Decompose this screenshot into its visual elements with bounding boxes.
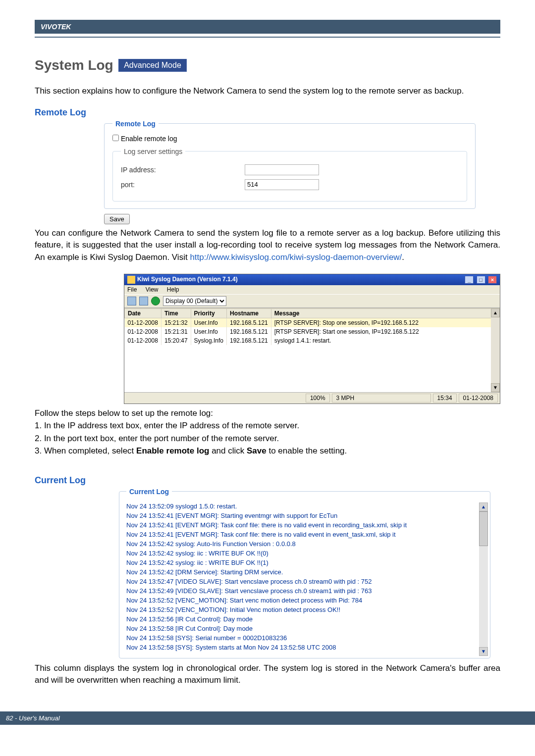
step-2: 2. In the port text box, enter the port … (35, 432, 500, 445)
kiwi-statusbar: 100% 3 MPH 15:34 01-12-2008 (124, 392, 500, 403)
log-line: Nov 24 13:52:58 [SYS]: System starts at … (126, 644, 484, 651)
footer-page: 82 - User's Manual (6, 714, 60, 722)
close-icon[interactable]: × (488, 276, 497, 284)
cell-priority: User.Info (191, 327, 226, 336)
window-controls: _ □ × (464, 276, 497, 284)
log-line: Nov 24 13:52:42 syslog: iic : WRITE BUF … (126, 550, 484, 557)
scroll-up-icon[interactable]: ▲ (479, 503, 488, 511)
log-line: Nov 24 13:52:41 [EVENT MGR]: Starting ev… (126, 512, 484, 519)
log-server-settings-legend: Log server settings (121, 148, 185, 155)
scroll-down-icon[interactable]: ▼ (479, 647, 488, 656)
log-line: Nov 24 13:52:58 [SYS]: Serial number = 0… (126, 634, 484, 642)
cell-hostname: 192.168.5.121 (226, 327, 271, 336)
cell-hostname: 192.168.5.121 (226, 318, 271, 327)
kiwi-header-row: Date Time Priority Hostname Message (125, 308, 500, 318)
col-message[interactable]: Message (271, 308, 499, 318)
kiwi-window-title: Kiwi Syslog Daemon (Version 7.1.4) (137, 276, 238, 283)
cell-priority: Syslog.Info (191, 336, 226, 345)
brand-text: VIVOTEK (41, 23, 71, 31)
current-log-legend: Current Log (126, 488, 172, 496)
current-log-fieldset: Current Log Nov 24 13:52:09 syslogd 1.5.… (119, 488, 490, 658)
cell-time: 15:20:47 (161, 336, 191, 345)
kiwi-menubar: File View Help (124, 285, 500, 294)
table-row[interactable]: 01-12-2008 15:21:31 User.Info 192.168.5.… (125, 327, 500, 336)
menu-view[interactable]: View (146, 286, 159, 293)
advanced-mode-badge: Advanced Mode (118, 59, 187, 72)
log-line: Nov 24 13:52:58 [IR Cut Control]: Day mo… (126, 625, 484, 632)
header-rule (35, 37, 500, 38)
log-server-settings-fieldset: Log server settings IP address: port: (112, 148, 467, 202)
steps-block: Follow the steps below to set up the rem… (35, 407, 500, 457)
ip-address-label: IP address: (121, 166, 245, 174)
remote-log-fieldset: Remote Log Enable remote log Log server … (104, 120, 476, 209)
cell-date: 01-12-2008 (125, 336, 161, 345)
kiwi-window: Kiwi Syslog Daemon (Version 7.1.4) _ □ ×… (124, 274, 500, 404)
current-log-scrollbar[interactable]: ▲ ▼ (479, 503, 488, 656)
enable-remote-log-label: Enable remote log (121, 135, 177, 143)
table-row[interactable]: 01-12-2008 15:20:47 Syslog.Info 192.168.… (125, 336, 500, 345)
kiwi-toolbar: Display 00 (Default) (124, 294, 500, 308)
kiwi-table: Date Time Priority Hostname Message 01-1… (124, 308, 500, 345)
scroll-thumb[interactable] (479, 511, 488, 546)
minimize-icon[interactable]: _ (465, 276, 474, 284)
log-line: Nov 24 13:52:41 [EVENT MGR]: Task conf f… (126, 531, 484, 538)
status-mph: 3 MPH (332, 394, 431, 403)
current-log-lines: Nov 24 13:52:09 syslogd 1.5.0: restart.N… (126, 503, 484, 651)
menu-file[interactable]: File (127, 286, 137, 293)
col-time[interactable]: Time (161, 308, 191, 318)
log-line: Nov 24 13:52:47 [VIDEO SLAVE]: Start ven… (126, 578, 484, 585)
kiwi-link[interactable]: http://www.kiwisyslog.com/kiwi-syslog-da… (190, 252, 402, 262)
log-line: Nov 24 13:52:42 [DRM Service]: Starting … (126, 568, 484, 576)
save-button[interactable]: Save (104, 214, 130, 224)
cell-priority: User.Info (191, 318, 226, 327)
kiwi-app-icon (127, 276, 135, 284)
cell-hostname: 192.168.5.121 (226, 336, 271, 345)
toolbar-icon-3[interactable] (151, 297, 160, 305)
remote-log-explainer: You can configure the Network Camera to … (35, 227, 500, 264)
ip-address-input[interactable] (245, 164, 319, 175)
log-line: Nov 24 13:52:56 [IR Cut Control]: Day mo… (126, 615, 484, 623)
cell-time: 15:21:31 (161, 327, 191, 336)
col-priority[interactable]: Priority (191, 308, 226, 318)
kiwi-titlebar: Kiwi Syslog Daemon (Version 7.1.4) _ □ × (124, 274, 500, 285)
log-line: Nov 24 13:52:42 syslog: iic : WRITE BUF … (126, 559, 484, 566)
cell-date: 01-12-2008 (125, 318, 161, 327)
status-pct: 100% (306, 394, 330, 403)
step-1: 1. In the IP address text box, enter the… (35, 419, 500, 432)
cell-time: 15:21:32 (161, 318, 191, 327)
menu-help[interactable]: Help (167, 286, 179, 293)
closing-paragraph: This column displays the system log in c… (35, 662, 500, 687)
status-time: 15:34 (433, 394, 457, 403)
intro-paragraph: This section explains how to configure t… (35, 85, 500, 98)
cell-date: 01-12-2008 (125, 327, 161, 336)
col-date[interactable]: Date (125, 308, 161, 318)
remote-log-heading: Remote Log (35, 107, 500, 118)
toolbar-icon-1[interactable] (127, 297, 136, 305)
enable-remote-log-checkbox[interactable] (112, 135, 119, 141)
log-line: Nov 24 13:52:09 syslogd 1.5.0: restart. (126, 503, 484, 510)
kiwi-log-area: Date Time Priority Hostname Message 01-1… (124, 308, 500, 392)
step-3: 3. When completed, select Enable remote … (35, 445, 500, 457)
toolbar-icon-2[interactable] (139, 297, 148, 305)
page-title: System Log (35, 57, 113, 73)
kiwi-scrollbar[interactable]: ▲ ▼ (491, 308, 500, 392)
brand-header: VIVOTEK (35, 20, 500, 34)
page-title-row: System Log Advanced Mode (35, 57, 500, 73)
port-input[interactable] (245, 179, 319, 190)
log-line: Nov 24 13:52:49 [VIDEO SLAVE]: Start ven… (126, 587, 484, 595)
current-log-heading: Current Log (35, 475, 500, 486)
explainer-text-2: . (402, 252, 404, 262)
col-hostname[interactable]: Hostname (226, 308, 271, 318)
cell-message: [RTSP SERVER]: Stop one session, IP=192.… (271, 318, 499, 327)
steps-lead: Follow the steps below to set up the rem… (35, 407, 500, 420)
maximize-icon[interactable]: □ (477, 276, 485, 284)
kiwi-tbody: 01-12-2008 15:21:32 User.Info 192.168.5.… (125, 318, 500, 345)
port-label: port: (121, 181, 245, 189)
table-row[interactable]: 01-12-2008 15:21:32 User.Info 192.168.5.… (125, 318, 500, 327)
display-select[interactable]: Display 00 (Default) (163, 296, 226, 306)
scroll-down-icon[interactable]: ▼ (491, 383, 500, 392)
remote-log-legend: Remote Log (112, 120, 159, 128)
cell-message: [RTSP SERVER]: Start one session, IP=192… (271, 327, 499, 336)
scroll-up-icon[interactable]: ▲ (491, 308, 500, 317)
log-line: Nov 24 13:52:41 [EVENT MGR]: Task conf f… (126, 521, 484, 529)
